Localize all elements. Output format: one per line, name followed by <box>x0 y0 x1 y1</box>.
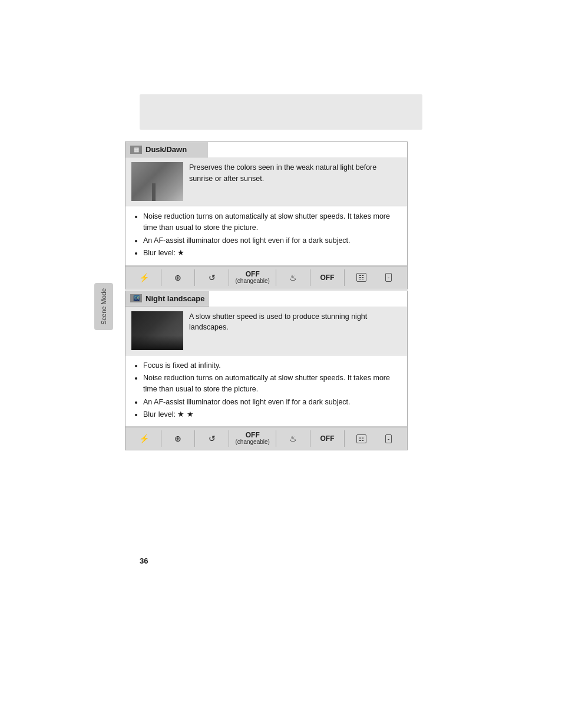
page-number: 36 <box>140 556 148 565</box>
dusk-dawn-header: ▦ Dusk/Dawn <box>125 142 208 157</box>
dusk-dawn-title: Dusk/Dawn <box>146 145 187 154</box>
macro-icon: ♨ <box>289 274 297 282</box>
nl-divider-4 <box>276 430 276 447</box>
night-landscape-thumbnail <box>131 311 183 350</box>
sidebar-tab-text: Scene Mode <box>100 288 107 325</box>
sidebar-tab: Scene Mode <box>94 283 113 330</box>
sidebar-label: Scene Mode <box>94 283 113 330</box>
dusk-dawn-icon: ▦ <box>130 146 142 154</box>
nl-control-box2: - <box>378 434 399 443</box>
dusk-dawn-bullet-1: Noise reduction turns on automatically a… <box>143 211 401 234</box>
night-landscape-bullet-3: An AF-assist illuminator does not light … <box>143 397 401 408</box>
top-bar <box>140 94 422 130</box>
nl-control-globe: ⊕ <box>167 434 189 443</box>
globe-icon: ⊕ <box>174 274 181 282</box>
nl-divider-3 <box>229 430 229 447</box>
control-off2: OFF <box>316 274 338 281</box>
nl-timer-icon: ↺ <box>209 434 216 443</box>
off2-label: OFF <box>320 274 334 281</box>
control-flash: ⚡ <box>133 274 154 282</box>
divider-3 <box>229 269 229 286</box>
night-landscape-body: A slow shutter speed is used to produce … <box>125 307 407 355</box>
dusk-dawn-controls: ⚡ ⊕ ↺ OFF (changeable) <box>125 266 407 289</box>
dusk-dawn-body: Preserves the colors seen in the weak na… <box>125 157 407 206</box>
content-area: ▦ Dusk/Dawn Preserves the colors seen in… <box>125 141 408 450</box>
divider-5 <box>310 269 310 286</box>
control-timer: ↺ <box>201 274 223 282</box>
night-landscape-bullet-1: Focus is fixed at infinity. <box>143 360 401 371</box>
dusk-dawn-bullets: Noise reduction turns on automatically a… <box>125 206 407 266</box>
nl-off2-label: OFF <box>320 435 334 442</box>
main-container: Scene Mode ▦ Dusk/Dawn Preserves the col… <box>125 141 437 450</box>
nl-control-off2: OFF <box>316 435 338 442</box>
night-landscape-bullet-4: Blur level: ★ ★ <box>143 409 401 420</box>
nl-box2-icon: - <box>385 434 392 443</box>
nl-off1-sublabel: (changeable) <box>236 439 270 446</box>
dusk-dawn-bullet-3: Blur level: ★ <box>143 248 401 259</box>
off1-label: OFF <box>246 271 260 278</box>
control-box1: ☷ <box>351 273 372 282</box>
nl-control-off1: OFF (changeable) <box>236 431 270 446</box>
nl-globe-icon: ⊕ <box>174 434 181 443</box>
control-off1: OFF (changeable) <box>236 271 270 285</box>
nl-control-box1: ☷ <box>351 434 372 443</box>
divider-6 <box>344 269 345 286</box>
nl-divider-5 <box>310 430 310 447</box>
flash-icon: ⚡ <box>139 274 149 282</box>
night-landscape-header: 🌃 Night landscape <box>125 291 209 307</box>
night-landscape-description: A slow shutter speed is used to produce … <box>189 311 401 350</box>
nl-box1-icon: ☷ <box>356 434 366 443</box>
dusk-dawn-section: ▦ Dusk/Dawn Preserves the colors seen in… <box>125 141 408 289</box>
nl-divider-1 <box>161 430 161 447</box>
nl-control-macro: ♨ <box>283 434 304 443</box>
night-landscape-bullet-list: Focus is fixed at infinity. Noise reduct… <box>135 360 401 421</box>
nl-divider-6 <box>344 430 345 447</box>
divider-2 <box>194 269 195 286</box>
night-landscape-title: Night landscape <box>146 294 204 303</box>
night-landscape-icon: 🌃 <box>130 294 142 302</box>
nl-flash-icon: ⚡ <box>139 434 149 443</box>
off1-sublabel: (changeable) <box>236 278 270 285</box>
timer-icon: ↺ <box>209 274 216 282</box>
page-content: Scene Mode ▦ Dusk/Dawn Preserves the col… <box>0 0 562 565</box>
nl-control-timer: ↺ <box>201 434 223 443</box>
night-landscape-controls: ⚡ ⊕ ↺ OFF (changeable) <box>125 427 407 450</box>
dusk-dawn-bullet-2: An AF-assist illuminator does not light … <box>143 235 401 246</box>
night-landscape-bullets: Focus is fixed at infinity. Noise reduct… <box>125 355 407 427</box>
night-landscape-bullet-2: Noise reduction turns on automatically a… <box>143 373 401 396</box>
box1-icon: ☷ <box>356 273 366 282</box>
dusk-dawn-bullet-list: Noise reduction turns on automatically a… <box>135 211 401 259</box>
nl-macro-icon: ♨ <box>289 434 297 443</box>
box2-icon: - <box>385 273 392 282</box>
control-globe: ⊕ <box>167 274 189 282</box>
nl-divider-2 <box>194 430 195 447</box>
divider-1 <box>161 269 161 286</box>
nl-control-flash: ⚡ <box>133 434 154 443</box>
control-macro: ♨ <box>283 274 304 282</box>
dusk-dawn-thumbnail <box>131 162 183 201</box>
dusk-dawn-description: Preserves the colors seen in the weak na… <box>189 162 401 201</box>
control-box2: - <box>378 273 399 282</box>
divider-4 <box>276 269 276 286</box>
nl-off1-label: OFF <box>246 431 260 439</box>
night-landscape-section: 🌃 Night landscape A slow shutter speed i… <box>125 291 408 451</box>
